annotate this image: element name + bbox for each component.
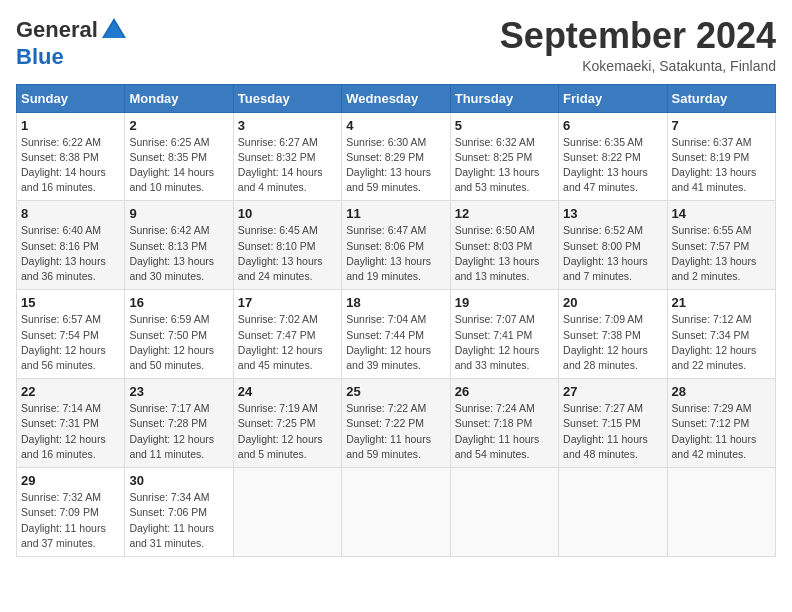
- calendar-cell: 4Sunrise: 6:30 AM Sunset: 8:29 PM Daylig…: [342, 112, 450, 201]
- day-number: 16: [129, 295, 228, 310]
- calendar-cell: 16Sunrise: 6:59 AM Sunset: 7:50 PM Dayli…: [125, 290, 233, 379]
- calendar-cell: 2Sunrise: 6:25 AM Sunset: 8:35 PM Daylig…: [125, 112, 233, 201]
- day-info: Sunrise: 7:14 AM Sunset: 7:31 PM Dayligh…: [21, 401, 120, 462]
- header-tuesday: Tuesday: [233, 84, 341, 112]
- day-number: 6: [563, 118, 662, 133]
- header-friday: Friday: [559, 84, 667, 112]
- calendar-cell: 21Sunrise: 7:12 AM Sunset: 7:34 PM Dayli…: [667, 290, 775, 379]
- calendar-cell: 13Sunrise: 6:52 AM Sunset: 8:00 PM Dayli…: [559, 201, 667, 290]
- day-number: 21: [672, 295, 771, 310]
- calendar-cell: 12Sunrise: 6:50 AM Sunset: 8:03 PM Dayli…: [450, 201, 558, 290]
- calendar-cell: 11Sunrise: 6:47 AM Sunset: 8:06 PM Dayli…: [342, 201, 450, 290]
- header-thursday: Thursday: [450, 84, 558, 112]
- day-info: Sunrise: 6:57 AM Sunset: 7:54 PM Dayligh…: [21, 312, 120, 373]
- day-number: 18: [346, 295, 445, 310]
- day-info: Sunrise: 7:29 AM Sunset: 7:12 PM Dayligh…: [672, 401, 771, 462]
- calendar-cell: 29Sunrise: 7:32 AM Sunset: 7:09 PM Dayli…: [17, 468, 125, 557]
- week-row-4: 22Sunrise: 7:14 AM Sunset: 7:31 PM Dayli…: [17, 379, 776, 468]
- day-number: 5: [455, 118, 554, 133]
- day-info: Sunrise: 6:35 AM Sunset: 8:22 PM Dayligh…: [563, 135, 662, 196]
- calendar-cell: [667, 468, 775, 557]
- calendar-header-row: SundayMondayTuesdayWednesdayThursdayFrid…: [17, 84, 776, 112]
- day-info: Sunrise: 7:07 AM Sunset: 7:41 PM Dayligh…: [455, 312, 554, 373]
- day-info: Sunrise: 6:22 AM Sunset: 8:38 PM Dayligh…: [21, 135, 120, 196]
- calendar-cell: 15Sunrise: 6:57 AM Sunset: 7:54 PM Dayli…: [17, 290, 125, 379]
- day-number: 12: [455, 206, 554, 221]
- day-info: Sunrise: 6:37 AM Sunset: 8:19 PM Dayligh…: [672, 135, 771, 196]
- day-info: Sunrise: 6:52 AM Sunset: 8:00 PM Dayligh…: [563, 223, 662, 284]
- day-info: Sunrise: 7:04 AM Sunset: 7:44 PM Dayligh…: [346, 312, 445, 373]
- calendar-cell: 7Sunrise: 6:37 AM Sunset: 8:19 PM Daylig…: [667, 112, 775, 201]
- day-info: Sunrise: 7:02 AM Sunset: 7:47 PM Dayligh…: [238, 312, 337, 373]
- day-number: 15: [21, 295, 120, 310]
- title-block: September 2024 Kokemaeki, Satakunta, Fin…: [500, 16, 776, 74]
- page-header: General Blue September 2024 Kokemaeki, S…: [16, 16, 776, 74]
- day-number: 4: [346, 118, 445, 133]
- day-info: Sunrise: 7:22 AM Sunset: 7:22 PM Dayligh…: [346, 401, 445, 462]
- day-info: Sunrise: 7:27 AM Sunset: 7:15 PM Dayligh…: [563, 401, 662, 462]
- day-number: 7: [672, 118, 771, 133]
- day-number: 23: [129, 384, 228, 399]
- week-row-2: 8Sunrise: 6:40 AM Sunset: 8:16 PM Daylig…: [17, 201, 776, 290]
- day-info: Sunrise: 6:59 AM Sunset: 7:50 PM Dayligh…: [129, 312, 228, 373]
- calendar-cell: 14Sunrise: 6:55 AM Sunset: 7:57 PM Dayli…: [667, 201, 775, 290]
- day-number: 26: [455, 384, 554, 399]
- calendar-cell: 19Sunrise: 7:07 AM Sunset: 7:41 PM Dayli…: [450, 290, 558, 379]
- day-number: 24: [238, 384, 337, 399]
- calendar-cell: 28Sunrise: 7:29 AM Sunset: 7:12 PM Dayli…: [667, 379, 775, 468]
- calendar-cell: 24Sunrise: 7:19 AM Sunset: 7:25 PM Dayli…: [233, 379, 341, 468]
- week-row-1: 1Sunrise: 6:22 AM Sunset: 8:38 PM Daylig…: [17, 112, 776, 201]
- day-number: 14: [672, 206, 771, 221]
- day-number: 10: [238, 206, 337, 221]
- day-number: 17: [238, 295, 337, 310]
- day-number: 25: [346, 384, 445, 399]
- day-number: 27: [563, 384, 662, 399]
- calendar-cell: 26Sunrise: 7:24 AM Sunset: 7:18 PM Dayli…: [450, 379, 558, 468]
- logo: General Blue: [16, 16, 128, 70]
- day-info: Sunrise: 7:32 AM Sunset: 7:09 PM Dayligh…: [21, 490, 120, 551]
- day-info: Sunrise: 6:30 AM Sunset: 8:29 PM Dayligh…: [346, 135, 445, 196]
- day-info: Sunrise: 6:27 AM Sunset: 8:32 PM Dayligh…: [238, 135, 337, 196]
- week-row-5: 29Sunrise: 7:32 AM Sunset: 7:09 PM Dayli…: [17, 468, 776, 557]
- header-saturday: Saturday: [667, 84, 775, 112]
- day-info: Sunrise: 6:45 AM Sunset: 8:10 PM Dayligh…: [238, 223, 337, 284]
- day-info: Sunrise: 7:24 AM Sunset: 7:18 PM Dayligh…: [455, 401, 554, 462]
- calendar-cell: 23Sunrise: 7:17 AM Sunset: 7:28 PM Dayli…: [125, 379, 233, 468]
- day-info: Sunrise: 7:34 AM Sunset: 7:06 PM Dayligh…: [129, 490, 228, 551]
- day-info: Sunrise: 7:09 AM Sunset: 7:38 PM Dayligh…: [563, 312, 662, 373]
- location-subtitle: Kokemaeki, Satakunta, Finland: [500, 58, 776, 74]
- month-title: September 2024: [500, 16, 776, 56]
- day-info: Sunrise: 6:50 AM Sunset: 8:03 PM Dayligh…: [455, 223, 554, 284]
- calendar-cell: 9Sunrise: 6:42 AM Sunset: 8:13 PM Daylig…: [125, 201, 233, 290]
- calendar-cell: 6Sunrise: 6:35 AM Sunset: 8:22 PM Daylig…: [559, 112, 667, 201]
- day-info: Sunrise: 7:19 AM Sunset: 7:25 PM Dayligh…: [238, 401, 337, 462]
- day-info: Sunrise: 6:42 AM Sunset: 8:13 PM Dayligh…: [129, 223, 228, 284]
- calendar-cell: [450, 468, 558, 557]
- calendar-cell: 1Sunrise: 6:22 AM Sunset: 8:38 PM Daylig…: [17, 112, 125, 201]
- day-number: 22: [21, 384, 120, 399]
- calendar-cell: 5Sunrise: 6:32 AM Sunset: 8:25 PM Daylig…: [450, 112, 558, 201]
- day-info: Sunrise: 6:55 AM Sunset: 7:57 PM Dayligh…: [672, 223, 771, 284]
- day-info: Sunrise: 7:17 AM Sunset: 7:28 PM Dayligh…: [129, 401, 228, 462]
- calendar-cell: [233, 468, 341, 557]
- header-wednesday: Wednesday: [342, 84, 450, 112]
- calendar-cell: [559, 468, 667, 557]
- calendar-cell: 20Sunrise: 7:09 AM Sunset: 7:38 PM Dayli…: [559, 290, 667, 379]
- calendar-cell: 30Sunrise: 7:34 AM Sunset: 7:06 PM Dayli…: [125, 468, 233, 557]
- calendar-cell: 22Sunrise: 7:14 AM Sunset: 7:31 PM Dayli…: [17, 379, 125, 468]
- day-number: 20: [563, 295, 662, 310]
- day-number: 29: [21, 473, 120, 488]
- calendar-cell: 8Sunrise: 6:40 AM Sunset: 8:16 PM Daylig…: [17, 201, 125, 290]
- calendar-cell: 25Sunrise: 7:22 AM Sunset: 7:22 PM Dayli…: [342, 379, 450, 468]
- day-number: 3: [238, 118, 337, 133]
- day-info: Sunrise: 6:25 AM Sunset: 8:35 PM Dayligh…: [129, 135, 228, 196]
- header-monday: Monday: [125, 84, 233, 112]
- logo-blue-text: Blue: [16, 44, 64, 70]
- calendar-cell: [342, 468, 450, 557]
- day-info: Sunrise: 6:47 AM Sunset: 8:06 PM Dayligh…: [346, 223, 445, 284]
- day-number: 30: [129, 473, 228, 488]
- calendar-cell: 3Sunrise: 6:27 AM Sunset: 8:32 PM Daylig…: [233, 112, 341, 201]
- day-number: 8: [21, 206, 120, 221]
- day-number: 13: [563, 206, 662, 221]
- week-row-3: 15Sunrise: 6:57 AM Sunset: 7:54 PM Dayli…: [17, 290, 776, 379]
